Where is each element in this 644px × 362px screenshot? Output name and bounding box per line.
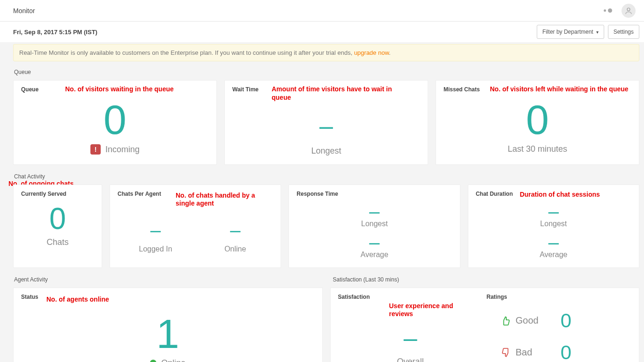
queue-value: 0 xyxy=(21,99,209,140)
wait-label: Longest xyxy=(232,146,420,156)
bottom-row: Status No. of agents online 1 Online Sat… xyxy=(13,288,639,362)
resp-avg-value: – xyxy=(296,235,452,250)
annot-cpa: No. of chats handled by a single agent xyxy=(176,192,265,208)
timestamp: Fri, Sep 8, 2017 5:15 PM (IST) xyxy=(13,29,97,36)
section-sat-label: Satisfaction (Last 30 mins) xyxy=(329,276,640,283)
page-title: Monitor xyxy=(13,7,35,15)
subbar: Fri, Sep 8, 2017 5:15 PM (IST) Filter by… xyxy=(0,22,644,42)
annot-missed: No. of visitors left while waiting in th… xyxy=(490,85,630,94)
dur-avg-value: – xyxy=(476,235,631,250)
bottom-labels-row: Agent Activity Satisfaction (Last 30 min… xyxy=(13,276,639,288)
dur-longest-value: – xyxy=(476,204,631,219)
resp-title: Response Time xyxy=(296,191,452,197)
annot-wait: Amount of time visitors have to wait in … xyxy=(272,85,393,102)
annot-queue: No. of visitors waiting in the queue xyxy=(65,85,174,94)
cpa-logged-value: – xyxy=(118,222,193,237)
svg-point-0 xyxy=(627,8,630,11)
topbar-right xyxy=(604,4,636,18)
annot-dur: Duration of chat sessions xyxy=(520,191,600,199)
good-label: Good xyxy=(516,315,542,326)
rating-good-row: Good 0 xyxy=(487,310,631,332)
sat-title: Satisfaction xyxy=(338,294,483,300)
resp-longest-label: Longest xyxy=(296,220,452,228)
missed-value: 0 xyxy=(444,99,631,140)
banner-text: Real-Time Monitor is only available to c… xyxy=(19,49,354,56)
sat-label: Overall xyxy=(338,357,483,362)
section-agent-label: Agent Activity xyxy=(14,276,321,283)
status-value: 1 xyxy=(21,313,315,355)
ratings-list: Good 0 Bad 0 xyxy=(487,300,631,362)
card-satisfaction: Satisfaction User experience and reviews… xyxy=(330,288,640,362)
bad-label: Bad xyxy=(516,347,542,358)
wait-value: – xyxy=(232,116,420,136)
topbar: Monitor xyxy=(0,0,644,22)
queue-row: Queue No. of visitors waiting in the que… xyxy=(13,80,639,165)
dur-avg-label: Average xyxy=(476,251,631,259)
alert-icon: ! xyxy=(90,144,101,155)
card-chat-duration: Chat Duration Duration of chat sessions … xyxy=(468,185,639,268)
card-missed-chats: Missed Chats No. of visitors left while … xyxy=(436,80,639,165)
chat-row: Currently Served 0 Chats Chats Per Agent… xyxy=(13,185,639,268)
cpa-logged-label: Logged In xyxy=(118,245,193,253)
queue-value-label: ! Incoming xyxy=(21,144,209,155)
annot-sat: User experience and reviews xyxy=(389,302,469,318)
filter-label: Filter by Department xyxy=(542,29,593,35)
resp-avg-label: Average xyxy=(296,251,452,259)
status-dots-icon[interactable] xyxy=(604,8,612,13)
bad-value: 0 xyxy=(561,341,571,362)
online-dot-icon xyxy=(150,360,156,362)
section-queue-label: Queue xyxy=(14,69,639,75)
cpa-online-label: Online xyxy=(197,245,273,253)
card-chats-per-agent: Chats Per Agent No. of chats handled by … xyxy=(110,185,281,268)
section-chat-label: Chat Activity xyxy=(14,173,639,180)
filter-department-button[interactable]: Filter by Department ▾ xyxy=(537,25,604,39)
ratings-title: Ratings xyxy=(487,294,631,300)
card-wait-time: Wait Time Amount of time visitors have t… xyxy=(224,80,428,165)
thumb-down-icon xyxy=(501,347,511,358)
sat-value: – xyxy=(338,328,483,348)
subbar-actions: Filter by Department ▾ Settings xyxy=(537,25,639,39)
cpa-online-value: – xyxy=(197,222,273,237)
card-agent-status: Status No. of agents online 1 Online xyxy=(13,288,323,362)
dur-longest-label: Longest xyxy=(476,220,631,228)
card-response-time: Response Time – Longest – Average xyxy=(289,185,460,268)
served-value: 0 xyxy=(21,204,94,234)
annot-agents: No. of agents online xyxy=(46,296,109,304)
served-label: Chats xyxy=(21,237,94,247)
status-label: Online xyxy=(21,358,315,362)
card-currently-served: Currently Served 0 Chats xyxy=(13,185,102,268)
thumb-up-icon xyxy=(501,316,511,326)
good-value: 0 xyxy=(561,310,571,332)
resp-longest-value: – xyxy=(296,204,452,219)
chevron-down-icon: ▾ xyxy=(596,30,599,35)
settings-button[interactable]: Settings xyxy=(608,25,639,39)
rating-bad-row: Bad 0 xyxy=(487,341,631,362)
page-body: Queue Queue No. of visitors waiting in t… xyxy=(0,61,644,362)
card-queue: Queue No. of visitors waiting in the que… xyxy=(13,80,217,165)
served-title: Currently Served xyxy=(21,191,94,197)
missed-label: Last 30 minutes xyxy=(444,144,631,154)
avatar[interactable] xyxy=(622,4,636,18)
upgrade-banner: Real-Time Monitor is only available to c… xyxy=(13,44,639,61)
upgrade-link[interactable]: upgrade now xyxy=(354,49,389,56)
